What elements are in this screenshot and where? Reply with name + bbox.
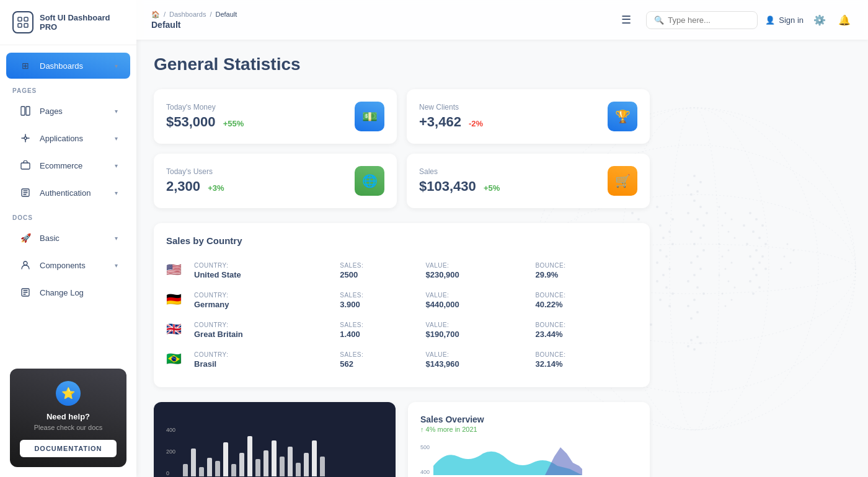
breadcrumb-sep2: / bbox=[210, 11, 211, 18]
svg-rect-3 bbox=[24, 24, 28, 27]
bar bbox=[280, 457, 285, 476]
notifications-button[interactable]: 🔔 bbox=[836, 12, 853, 28]
value-cell-us: Value: $230,900 bbox=[426, 256, 536, 286]
stat-change-users: +3% bbox=[208, 183, 224, 193]
ecommerce-icon bbox=[19, 159, 32, 172]
sidebar-ecommerce-label: Ecommerce bbox=[40, 161, 107, 170]
flag-cell-gb: 🇬🇧 bbox=[166, 315, 194, 345]
bottom-charts: 400 200 0 bbox=[154, 402, 650, 477]
stat-info-clients: New Clients +3,462 -2% bbox=[419, 103, 483, 130]
country-cell-us: Country: United State bbox=[194, 256, 340, 286]
stat-amount-money: $53,000 bbox=[166, 114, 216, 129]
bar bbox=[207, 458, 212, 476]
sidebar-nav: ⊞ Dashboards ▾ PAGES Pages ▾ Application… bbox=[0, 45, 136, 359]
bar bbox=[183, 464, 188, 476]
bounce-cell-gb: Bounce: 23.44% bbox=[535, 315, 637, 345]
line-chart-svg bbox=[433, 444, 582, 475]
stat-change-clients: -2% bbox=[469, 119, 483, 128]
table-row: 🇩🇪 Country: Germany Sales: 3.900 Value: bbox=[166, 286, 637, 315]
sidebar-basic-label: Basic bbox=[40, 234, 107, 243]
sidebar-item-changelog[interactable]: Change Log bbox=[6, 279, 130, 305]
sidebar-item-pages[interactable]: Pages ▾ bbox=[6, 98, 130, 124]
topbar: 🏠 / Dashboards / Default Default ☰ 🔍 👤 S… bbox=[136, 0, 868, 40]
sidebar-item-basic[interactable]: 🚀 Basic ▾ bbox=[6, 225, 130, 251]
sales-icon: 🛒 bbox=[608, 166, 637, 196]
signin-button[interactable]: 👤 Sign in bbox=[765, 15, 804, 25]
authentication-icon bbox=[19, 186, 32, 199]
stat-info-money: Today's Money $53,000 +55% bbox=[166, 103, 244, 130]
sidebar-item-applications[interactable]: Applications ▾ bbox=[6, 125, 130, 151]
breadcrumb: 🏠 / Dashboards / Default Default bbox=[151, 11, 606, 30]
search-input[interactable] bbox=[668, 15, 748, 25]
applications-icon bbox=[19, 131, 32, 145]
value-cell-de: Value: $440,000 bbox=[426, 286, 536, 315]
clients-icon: 🏆 bbox=[608, 102, 637, 131]
breadcrumb-dashboards[interactable]: Dashboards bbox=[169, 11, 206, 18]
svg-rect-2 bbox=[18, 24, 22, 27]
overview-y-500: 500 bbox=[420, 444, 430, 450]
money-icon: 💵 bbox=[355, 102, 384, 131]
table-row: 🇺🇸 Country: United State Sales: 2500 Val… bbox=[166, 256, 637, 286]
logo-container: Soft UI Dashboard PRO bbox=[0, 0, 136, 45]
overview-y-400: 400 bbox=[420, 469, 430, 475]
sidebar-item-components[interactable]: Components ▾ bbox=[6, 252, 130, 278]
y-label-400: 400 bbox=[166, 427, 175, 433]
help-box: ⭐ Need help? Please check our docs DOCUM… bbox=[10, 369, 126, 467]
home-icon: 🏠 bbox=[151, 11, 160, 19]
value-cell-br: Value: $143,960 bbox=[426, 345, 536, 375]
chevron-icon: ▾ bbox=[115, 63, 118, 69]
hamburger-button[interactable]: ☰ bbox=[616, 9, 636, 30]
sidebar-pages-label: Pages bbox=[40, 107, 107, 116]
flag-cell-us: 🇺🇸 bbox=[166, 256, 194, 286]
value-cell-gb: Value: $190,700 bbox=[426, 315, 536, 345]
sales-by-country-card: Sales by Country 🇺🇸 Country: United Stat… bbox=[154, 223, 650, 387]
stat-amount-users: 2,300 bbox=[166, 178, 200, 194]
sales-overview-subtitle: ↑ 4% more in 2021 bbox=[420, 426, 637, 433]
signin-label: Sign in bbox=[779, 15, 804, 25]
sales-cell-gb: Sales: 1.400 bbox=[340, 315, 425, 345]
sidebar-item-dashboards[interactable]: ⊞ Dashboards ▾ bbox=[6, 53, 130, 79]
chevron-components-icon: ▾ bbox=[115, 262, 118, 269]
stat-value-money: $53,000 +55% bbox=[166, 114, 244, 130]
breadcrumb-title: Default bbox=[151, 20, 606, 30]
chevron-applications-icon: ▾ bbox=[115, 135, 118, 142]
bounce-cell-de: Bounce: 40.22% bbox=[535, 286, 637, 315]
help-subtitle: Please check our docs bbox=[20, 424, 117, 431]
bounce-cell-br: Bounce: 32.14% bbox=[535, 345, 637, 375]
bar bbox=[199, 467, 204, 476]
content-wrapper: General Statistics Today's Money $53,000… bbox=[154, 55, 851, 477]
country-cell-de: Country: Germany bbox=[194, 286, 340, 315]
y-axis: 400 200 0 bbox=[166, 427, 175, 476]
help-title: Need help? bbox=[20, 412, 117, 421]
sales-overview-title: Sales Overview bbox=[420, 414, 637, 424]
dashboards-icon: ⊞ bbox=[19, 59, 32, 72]
page-title: General Statistics bbox=[154, 55, 851, 74]
bar bbox=[264, 450, 268, 476]
y-label-0: 0 bbox=[166, 470, 175, 476]
stats-grid: Today's Money $53,000 +55% 💵 New Clients… bbox=[154, 89, 650, 208]
breadcrumb-path: 🏠 / Dashboards / Default bbox=[151, 11, 606, 19]
documentation-button[interactable]: DOCUMENTATION bbox=[20, 440, 117, 457]
stat-label-money: Today's Money bbox=[166, 103, 244, 112]
stat-amount-sales: $103,430 bbox=[419, 178, 476, 194]
svg-rect-0 bbox=[18, 17, 22, 21]
search-icon: 🔍 bbox=[654, 15, 664, 25]
sidebar-item-ecommerce[interactable]: Ecommerce ▾ bbox=[6, 152, 130, 178]
stat-change-money: +55% bbox=[223, 119, 244, 128]
sidebar-item-authentication[interactable]: Authentication ▾ bbox=[6, 180, 130, 206]
y-label-200: 200 bbox=[166, 449, 175, 455]
settings-button[interactable]: ⚙️ bbox=[811, 12, 828, 28]
table-row: 🇧🇷 Country: Brasil Sales: 562 Value: bbox=[166, 345, 637, 375]
country-table: 🇺🇸 Country: United State Sales: 2500 Val… bbox=[166, 256, 637, 375]
sidebar-components-label: Components bbox=[40, 261, 107, 270]
bar bbox=[239, 453, 244, 476]
content-area: General Statistics Today's Money $53,000… bbox=[136, 40, 868, 477]
flag-cell-br: 🇧🇷 bbox=[166, 345, 194, 375]
chevron-auth-icon: ▾ bbox=[115, 190, 118, 196]
bar bbox=[191, 449, 196, 476]
sales-overview-change: 4% more in 2021 bbox=[426, 426, 477, 433]
svg-point-6 bbox=[24, 137, 27, 139]
search-box[interactable]: 🔍 bbox=[646, 11, 758, 29]
sales-cell-de: Sales: 3.900 bbox=[340, 286, 425, 315]
sales-overview-card: Sales Overview ↑ 4% more in 2021 500 400 bbox=[408, 402, 650, 477]
